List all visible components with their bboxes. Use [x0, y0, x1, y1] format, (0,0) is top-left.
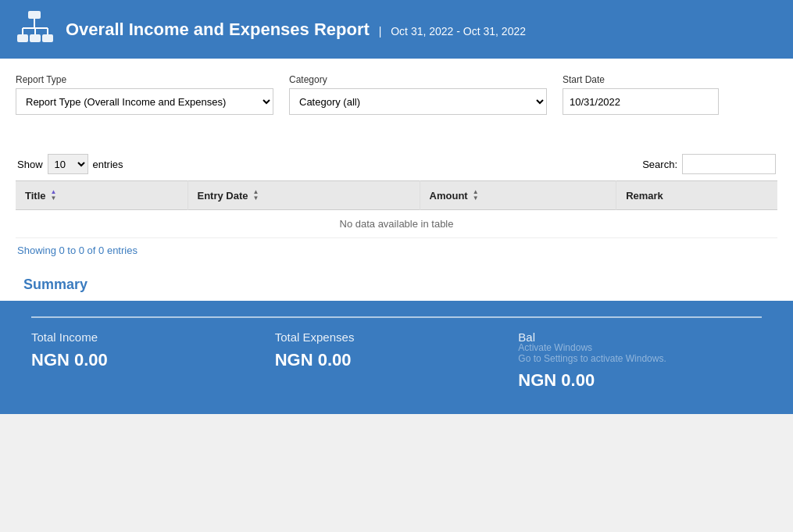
summary-box: Total Income NGN 0.00 Total Expenses NGN… — [0, 301, 793, 414]
entries-per-page-select[interactable]: 10 25 50 100 — [48, 154, 88, 174]
report-type-select[interactable]: Report Type (Overall Income and Expenses… — [16, 88, 273, 115]
app-icon — [16, 9, 53, 49]
header: Overall Income and Expenses Report | Oct… — [0, 0, 793, 59]
category-label: Category — [289, 74, 547, 85]
col-amount[interactable]: Amount ▲ ▼ — [420, 181, 616, 210]
entries-info: Showing 0 to 0 of 0 entries — [16, 238, 777, 269]
category-select[interactable]: Category (all) — [289, 88, 547, 115]
search-input[interactable] — [682, 154, 776, 174]
start-date-input[interactable] — [563, 88, 719, 115]
data-table-container: Title ▲ ▼ Entry Date ▲ ▼ — [16, 180, 777, 238]
entry-date-sort-arrows: ▲ ▼ — [253, 189, 259, 202]
start-date-label: Start Date — [563, 74, 719, 85]
filters-row: Report Type Report Type (Overall Income … — [16, 74, 777, 115]
svg-rect-0 — [28, 11, 41, 19]
no-data-row: No data available in table — [16, 210, 777, 238]
show-label: Show — [17, 159, 43, 170]
report-type-filter: Report Type Report Type (Overall Income … — [16, 74, 273, 115]
table-controls-row: Show 10 25 50 100 entries Search: — [16, 154, 777, 174]
summary-title: Summary — [16, 269, 777, 301]
report-type-label: Report Type — [16, 74, 273, 85]
total-income-label: Total Income — [31, 330, 275, 344]
header-separator: | — [379, 25, 382, 37]
start-date-filter: Start Date — [563, 74, 719, 115]
amount-sort-arrows: ▲ ▼ — [473, 189, 479, 202]
summary-item-income: Total Income NGN 0.00 — [31, 330, 275, 391]
category-filter: Category Category (all) — [289, 74, 547, 115]
total-expenses-label: Total Expenses — [275, 330, 519, 344]
balance-value: NGN 0.00 — [518, 370, 762, 391]
header-date-range: Oct 31, 2022 - Oct 31, 2022 — [391, 25, 526, 37]
table-header-row: Title ▲ ▼ Entry Date ▲ ▼ — [16, 181, 777, 210]
svg-rect-2 — [30, 34, 41, 42]
balance-label: Bal — [518, 330, 762, 344]
title-sort-arrows: ▲ ▼ — [51, 189, 57, 202]
entries-label: entries — [93, 159, 123, 170]
total-expenses-value: NGN 0.00 — [275, 350, 519, 370]
report-title: Overall Income and Expenses Report — [66, 20, 370, 39]
data-table: Title ▲ ▼ Entry Date ▲ ▼ — [16, 180, 777, 238]
summary-item-expenses: Total Expenses NGN 0.00 — [275, 330, 519, 391]
col-entry-date[interactable]: Entry Date ▲ ▼ — [188, 181, 420, 210]
search-label: Search: — [642, 159, 677, 170]
summary-inner: Total Income NGN 0.00 Total Expenses NGN… — [31, 316, 762, 391]
col-title[interactable]: Title ▲ ▼ — [16, 181, 188, 210]
svg-rect-3 — [42, 34, 53, 42]
total-income-value: NGN 0.00 — [31, 350, 275, 370]
no-data-message: No data available in table — [16, 210, 777, 238]
header-title-block: Overall Income and Expenses Report | Oct… — [66, 20, 526, 40]
main-content: Report Type Report Type (Overall Income … — [0, 59, 793, 301]
summary-item-balance: Bal Activate Windows Go to Settings to a… — [518, 330, 762, 391]
svg-rect-1 — [17, 34, 28, 42]
show-entries-control: Show 10 25 50 100 entries — [17, 154, 123, 174]
col-remark: Remark — [616, 181, 777, 210]
activate-windows-watermark: Activate Windows Go to Settings to activ… — [518, 342, 762, 364]
search-area: Search: — [642, 154, 776, 174]
